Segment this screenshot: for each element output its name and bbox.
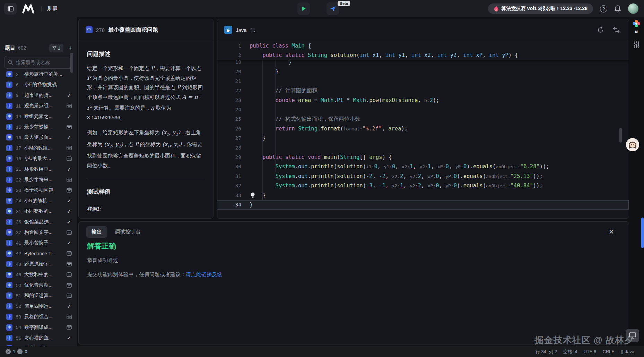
editor-scrollbar[interactable] [619, 128, 622, 143]
code-line[interactable]: 24 [217, 105, 629, 114]
problem-item-status: ✓ [66, 198, 72, 204]
braces-icon: {} [620, 349, 624, 354]
tab-debug-console[interactable]: 调试控制台 [115, 229, 141, 235]
code-line[interactable]: 25 // 格式化输出面积，保留两位小数 [217, 114, 629, 124]
code-line[interactable]: 21 [217, 77, 629, 86]
list-item[interactable]: 中22最少字符串... [0, 175, 77, 185]
ai-assistant-button[interactable]: AI [630, 19, 642, 34]
problem-item-title: 超市里的货... [24, 92, 64, 99]
code-line[interactable]: 22 // 计算圆的面积 [217, 86, 629, 95]
sidebar-toggle-button[interactable] [4, 3, 17, 15]
list-item[interactable]: 中37构造回文字... [0, 227, 77, 238]
list-item[interactable]: 中24小R的随机...✓ [0, 196, 77, 206]
help-icon[interactable]: ? [600, 5, 607, 12]
list-item[interactable]: 中15最少前缀操... [0, 122, 77, 132]
list-item[interactable]: 中50优化青海湖... [0, 280, 77, 290]
tab-output[interactable]: 输出 [86, 226, 107, 238]
submit-button[interactable] [327, 2, 339, 15]
math-text: ) [178, 129, 180, 136]
sliders-icon[interactable] [633, 41, 640, 48]
search-icon [8, 60, 13, 65]
add-button[interactable]: + [68, 45, 72, 51]
list-item[interactable]: 中14数组元素之...✓ [0, 111, 77, 122]
list-item[interactable]: 中2徒步旅行中的补... [0, 69, 77, 79]
problem-item-number: 46 [16, 272, 22, 277]
language-label: Java [236, 27, 247, 33]
list-item[interactable]: 中16最大矩形面...✓ [0, 132, 77, 143]
note-icon [67, 262, 72, 266]
list-item[interactable]: 中6小E的怪物挑战 [0, 79, 77, 90]
list-item[interactable]: 中51和的逆运算... [0, 290, 77, 301]
run-button[interactable] [297, 2, 310, 15]
code-line[interactable]: 20 } [217, 67, 629, 76]
encoding[interactable]: UTF-8 [583, 349, 596, 354]
indent-setting[interactable]: 空格: 4 [563, 349, 577, 355]
swap-language-icon[interactable] [250, 28, 255, 32]
list-item[interactable]: 中46大数和中的... [0, 270, 77, 280]
note-icon [67, 315, 72, 319]
list-item[interactable]: 中52简单四则运...✓ [0, 301, 77, 312]
assistant-avatar[interactable] [626, 138, 639, 151]
bell-icon[interactable] [614, 5, 621, 12]
problem-item-number: 50 [16, 283, 22, 288]
code-line[interactable]: 2 public static String solution(int x1, … [217, 51, 629, 60]
list-item[interactable]: 中17小M的数组... [0, 143, 77, 153]
list-item[interactable]: 中36饭馆菜品选...✓ [0, 217, 77, 227]
list-item[interactable]: 中23石子移动问题 [0, 185, 77, 195]
marscode-logo[interactable] [21, 4, 36, 14]
errors-icon[interactable]: ✕ [6, 349, 11, 354]
search-box[interactable] [4, 56, 73, 69]
code-line[interactable]: 1public class Main { [217, 41, 629, 51]
list-item[interactable]: 中53及格的组合... [0, 312, 77, 322]
problem-item-number: 43 [16, 262, 22, 267]
note-icon [67, 272, 72, 277]
line-number: 28 [217, 143, 241, 153]
contest-banner[interactable]: 算法竞技赛 vol1 3报名啦！12.23 -12.28 [488, 3, 593, 14]
list-item[interactable]: 中43还原原始字... [0, 259, 77, 269]
description-heading: 问题描述 [87, 50, 205, 58]
search-input[interactable] [16, 60, 64, 65]
code-line[interactable]: 31 System.out.println(solution(-2, -2, x… [217, 172, 629, 181]
compare-icon[interactable] [613, 27, 620, 33]
cursor-position[interactable]: 行 34, 列 2 [536, 349, 557, 355]
list-item[interactable]: 中42Bytedance T... [0, 248, 77, 259]
list-item[interactable]: 中31不同整数的...✓ [0, 206, 77, 216]
feedback-link[interactable]: 请点此链接反馈 [186, 271, 222, 277]
code-editor[interactable]: 19 }20 }2122 // 计算圆的面积23 double area = M… [217, 41, 629, 218]
code-line[interactable]: 28 [217, 143, 629, 153]
problem-item-number: 51 [16, 293, 22, 298]
code-line[interactable]: 29 public static void main(String[] args… [217, 153, 629, 162]
reset-code-icon[interactable] [597, 27, 604, 33]
list-item[interactable]: 中41最小替换子...✓ [0, 238, 77, 248]
code-line[interactable]: 26 return String.format(format:"%.2f", a… [217, 124, 629, 134]
code-line[interactable]: 23 double area = Math.PI * Math.pow(maxD… [217, 96, 629, 105]
list-item[interactable]: 中18小U的最大... [0, 153, 77, 164]
code-line[interactable]: 33 } [217, 191, 629, 200]
eol-setting[interactable]: CRLF [602, 349, 614, 354]
note-icon [67, 294, 72, 298]
code-line[interactable]: 30 System.out.println(solution(x1:0, y1:… [217, 162, 629, 171]
list-item[interactable]: 中21环形数组中...✓ [0, 164, 77, 175]
sidebar-scrollbar[interactable] [70, 53, 73, 73]
code-line[interactable]: 32 System.out.println(solution(-3, -1, x… [217, 181, 629, 190]
close-icon[interactable]: ✕ [609, 228, 614, 236]
line-number: 23 [217, 96, 241, 105]
code-line[interactable]: 27 } [217, 134, 629, 143]
note-icon [67, 283, 72, 288]
list-item[interactable]: 中56贪心猫的鱼...✓ [0, 333, 77, 343]
filter-button[interactable]: 1 [49, 44, 63, 52]
problem-item-status [66, 156, 72, 161]
list-item[interactable]: 中11观光景点组... [0, 101, 77, 111]
code-line[interactable]: 34} [217, 200, 629, 210]
list-item[interactable]: 中9超市里的货...✓ [0, 90, 77, 101]
language-mode[interactable]: {} Java [620, 349, 634, 354]
problem-item-number: 21 [16, 167, 22, 172]
page-scrollbar[interactable] [641, 218, 644, 248]
list-item[interactable]: 中54数字翻译成... [0, 322, 77, 333]
difficulty-badge: 中 [6, 314, 12, 320]
warnings-icon[interactable]: ! [17, 349, 23, 354]
user-avatar[interactable] [628, 3, 638, 14]
watermark-text: 掘金技术社区 @ 故林夕 [534, 334, 634, 346]
code-text: } [250, 200, 253, 210]
check-icon: ✓ [67, 93, 71, 98]
